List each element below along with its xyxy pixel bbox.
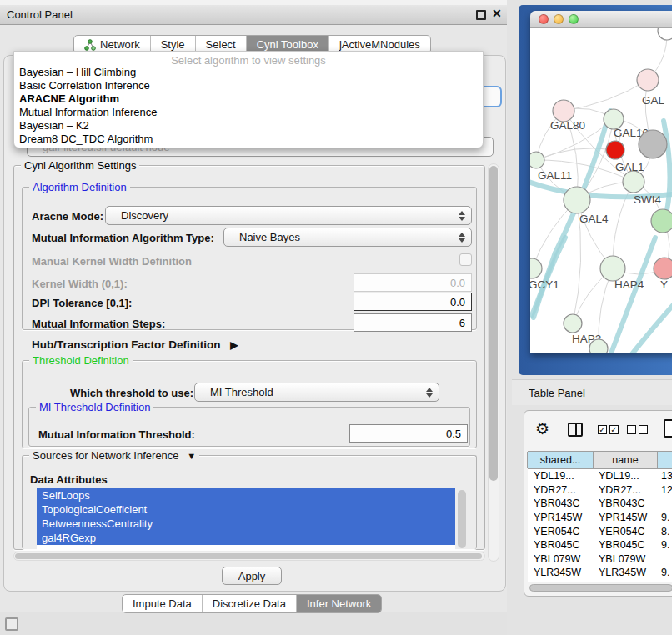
mi-steps-input[interactable]: 6 [354,313,472,332]
split-columns-icon[interactable] [568,422,583,437]
table-panel: ⚙ ✓ ✓ shared... name YDL19...YDL19...13Y… [524,410,672,597]
column-header-shared[interactable]: shared... [527,452,594,468]
table-row[interactable]: YLR345WYLR345W9. [528,566,672,580]
algorithm-option[interactable]: Bayesian – Hill Climbing [14,66,483,79]
table-cell: YBR045C [528,539,594,551]
network-node[interactable] [651,209,672,232]
algorithm-option[interactable]: Bayesian – K2 [14,119,483,132]
table-row[interactable]: YPR145WYPR145W9. [528,511,672,525]
column-header-partial[interactable] [657,452,672,468]
network-node[interactable] [658,28,672,40]
table-row[interactable]: YDL19...YDL19...13 [528,469,672,483]
attribute-list-item[interactable]: BetweennessCentrality [37,517,455,531]
table-row[interactable]: YBR043CYBR043C [528,497,672,511]
tab-infer-network[interactable]: Infer Network [297,595,381,612]
network-canvas[interactable]: GALGAL80GAL10GAL1GAL11SWI4GAL4GCY1HAP4YH… [530,28,672,352]
close-traffic-light-icon[interactable] [539,14,549,24]
table-panel-titlebar: Table Panel [512,379,672,405]
apply-button[interactable]: Apply [222,567,282,585]
node-label: GAL11 [538,169,572,182]
collapsed-panel-icon[interactable] [5,618,18,631]
hub-section-toggle[interactable]: Hub/Transcription Factor Definition ▶ [32,338,238,351]
network-edge[interactable] [564,80,648,111]
float-window-icon[interactable] [476,10,486,20]
table-row[interactable]: YIL052CYIL052C9. [528,580,672,582]
network-node[interactable] [654,258,672,279]
combo-value: Discovery [121,209,168,222]
manual-kernel-label: Manual Kernel Width Definition [32,255,192,268]
minimize-traffic-light-icon[interactable] [554,14,564,24]
network-node[interactable] [530,152,544,168]
aracne-mode-combobox[interactable]: Discovery [105,206,472,225]
network-edge-highlighted[interactable] [534,238,565,318]
network-node[interactable] [606,141,624,159]
algorithm-option[interactable]: Basic Correlation Inference [14,79,483,92]
settings-vertical-scrollbar-thumb[interactable] [489,166,498,481]
algorithm-option[interactable]: ARACNE Algorithm [14,92,483,106]
algorithm-option[interactable]: Mutual Information Inference [14,106,483,119]
mi-threshold-input[interactable]: 0.5 [349,424,468,442]
group-title: Threshold Definition [29,354,133,367]
mi-threshold-label: Mutual Information Threshold: [38,428,195,441]
dpi-tolerance-label: DPI Tolerance [0,1]: [32,297,132,309]
gear-icon[interactable]: ⚙ [535,421,549,437]
network-node[interactable] [637,69,659,91]
document-icon[interactable] [664,419,672,438]
network-node[interactable] [589,339,608,352]
table-row[interactable]: YBL079WYBL079W [528,552,672,567]
apply-button-label: Apply [238,570,266,582]
network-node[interactable] [564,314,582,332]
field-value: 0.0 [450,277,465,289]
table-rows: YDL19...YDL19...13YDR27...YDR27...12YBR0… [528,469,672,582]
data-attributes-label: Data Attributes [30,473,108,486]
table-row[interactable]: YDR27...YDR27...12 [528,483,672,498]
sources-toggle[interactable]: Sources for Network Inference ▼ [29,449,199,462]
network-node[interactable] [639,130,667,158]
unchecked-box-icon [639,425,648,434]
dpi-tolerance-input[interactable]: 0.0 [354,292,472,311]
control-panel-titlebar: Control Panel ✕ [0,5,512,25]
table-header-row: shared... name [528,451,672,469]
network-node[interactable] [530,258,542,278]
kernel-width-input[interactable]: 0.0 [354,273,472,292]
node-label: GAL4 [579,212,609,225]
zoom-traffic-light-icon[interactable] [569,14,579,24]
table-cell: YBR043C [594,498,659,509]
tab-label: Impute Data [133,598,192,610]
algorithm-option[interactable]: Dream8 DC_TDC Algorithm [14,132,483,146]
tab-discretize-data[interactable]: Discretize Data [203,595,297,612]
network-node[interactable] [600,256,625,281]
column-header-name[interactable]: name [593,452,658,468]
table-cell: YDR27... [594,484,659,496]
which-threshold-combobox[interactable]: MI Threshold [194,382,439,402]
node-label: HAP4 [614,278,644,291]
mi-algorithm-type-combobox[interactable]: Naive Bayes [223,228,472,247]
field-value: 6 [459,317,465,329]
tab-impute-data[interactable]: Impute Data [123,595,203,612]
algorithm-dropdown-items: Bayesian – Hill ClimbingBasic Correlatio… [14,66,483,146]
settings-horizontal-scrollbar-thumb[interactable] [15,553,482,559]
table-cell: YBL079W [528,553,594,565]
manual-kernel-checkbox[interactable] [459,253,472,266]
attribute-list-item[interactable]: TopologicalCoefficient [37,502,455,517]
deselect-all-checkboxes-icon[interactable] [627,425,648,434]
group-title: Cyni Algorithm Settings [21,159,139,172]
attribute-list-item[interactable]: SelfLoops [37,488,455,502]
stepper-arrows-icon [459,211,465,221]
network-window-titlebar[interactable] [530,11,672,28]
tab-label: Select [206,38,236,51]
network-node[interactable] [564,187,590,213]
data-attributes-list[interactable]: SelfLoopsTopologicalCoefficientBetweenne… [37,488,455,550]
network-node[interactable] [623,171,644,192]
network-edge-highlighted[interactable] [625,302,672,352]
attributes-scrollbar-thumb[interactable] [458,490,466,548]
select-all-checkboxes-icon[interactable]: ✓ ✓ [598,425,619,434]
table-cell: YBL079W [594,553,659,565]
table-row[interactable]: YBR045CYBR045C9. [528,538,672,552]
table-horizontal-scrollbar-thumb[interactable] [529,584,672,592]
table-row[interactable]: YER054CYER054C8. [528,524,672,538]
attribute-list-item[interactable]: gal4RGexp [37,531,455,545]
node-label: GAL80 [550,119,585,132]
close-icon[interactable]: ✕ [492,7,502,20]
mi-type-label: Mutual Information Algorithm Type: [32,232,214,244]
